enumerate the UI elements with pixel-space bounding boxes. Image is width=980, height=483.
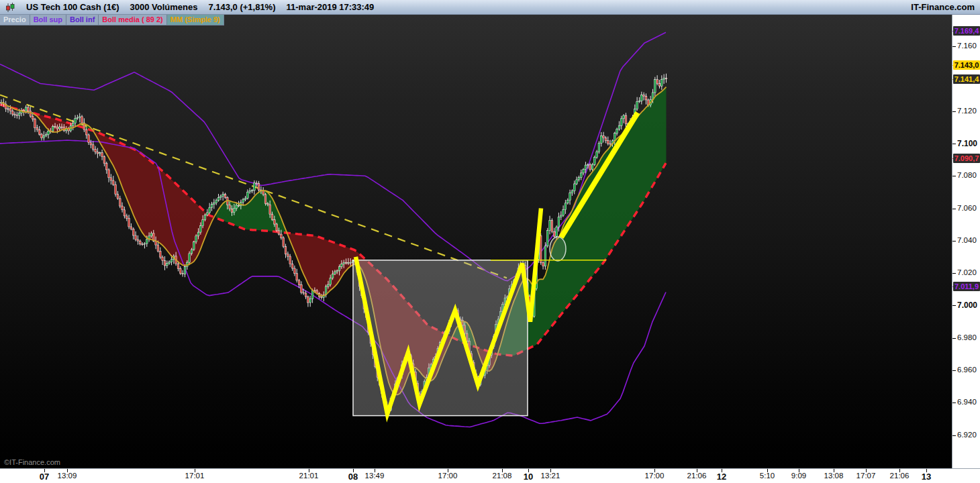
price-tick bbox=[952, 144, 956, 144]
price-tick-label: 7.060 bbox=[957, 204, 977, 212]
time-tick-label: 21:01 bbox=[290, 472, 328, 480]
chart-background[interactable] bbox=[0, 15, 952, 468]
time-tick-label: 13:21 bbox=[532, 472, 569, 480]
time-tick-label: 13:49 bbox=[356, 472, 393, 480]
price-badge: 7.169,4 bbox=[953, 26, 980, 36]
brand-logo: IT-Finance.com bbox=[911, 2, 975, 12]
time-tick-label: 17:01 bbox=[176, 472, 213, 480]
price-axis[interactable]: 7.1607.1207.1007.0807.0607.0407.0207.000… bbox=[952, 15, 980, 468]
legend-item-boll-sup[interactable]: Boll sup bbox=[30, 15, 66, 25]
price-badge: 7.011,9 bbox=[953, 282, 980, 291]
price-tick bbox=[952, 176, 956, 176]
instrument-title: US Tech 100 Cash (1€) bbox=[26, 2, 119, 12]
time-tick-label: 17:07 bbox=[847, 472, 885, 480]
price-tick bbox=[952, 46, 956, 47]
price-tick-label: 7.120 bbox=[957, 107, 977, 115]
chart-watermark: ©IT-Finance.com bbox=[4, 458, 60, 466]
price-tick-label: 6.980 bbox=[957, 333, 977, 341]
time-tick-label: 17:00 bbox=[636, 472, 673, 480]
time-tick-label: 17:00 bbox=[429, 472, 467, 480]
price-tick-label: 7.040 bbox=[957, 236, 977, 244]
time-tick-label: 13:09 bbox=[48, 472, 86, 480]
price-tick-label: 7.000 bbox=[957, 301, 977, 310]
legend-item-boll-media-89-2[interactable]: Boll media ( 89 2) bbox=[99, 15, 166, 25]
price-tick-label: 6.940 bbox=[957, 398, 977, 406]
price-tick bbox=[952, 273, 956, 274]
price-badge: 7.090,7 bbox=[953, 154, 980, 163]
price-tick-label: 7.080 bbox=[957, 171, 977, 179]
price-tick bbox=[952, 111, 956, 112]
legend-item-precio[interactable]: Precio bbox=[0, 15, 30, 25]
price-tick bbox=[952, 209, 956, 209]
price-tick bbox=[952, 241, 956, 241]
price-tick bbox=[952, 338, 956, 339]
time-axis[interactable]: 0713:0917:0121:010813:4917:0021:081013:2… bbox=[0, 468, 980, 483]
time-tick-label: 12 bbox=[703, 472, 740, 482]
price-badge: 7.143,0 bbox=[953, 60, 980, 70]
price-tick-label: 6.960 bbox=[957, 366, 977, 374]
time-tick-label: 13 bbox=[908, 472, 945, 482]
price-badge: 7.141,4 bbox=[953, 74, 980, 84]
price-tick-label: 6.920 bbox=[957, 431, 977, 439]
quote-datetime: 11-mar-2019 17:33:49 bbox=[287, 2, 375, 12]
price-tick bbox=[952, 402, 956, 403]
legend-item-mm-simple-9[interactable]: MM (Simple 9) bbox=[167, 15, 224, 25]
price-tick bbox=[952, 305, 956, 306]
price-tick-label: 7.160 bbox=[957, 42, 977, 50]
price-tick bbox=[952, 370, 956, 371]
price-tick-label: 7.020 bbox=[957, 268, 977, 276]
indicator-legend: PrecioBoll supBoll infBoll media ( 89 2)… bbox=[0, 15, 224, 25]
timeframe-label: 3000 Volúmenes bbox=[130, 2, 197, 12]
last-quote: 7.143,0 (+1,81%) bbox=[208, 2, 275, 12]
candlestick-icon bbox=[5, 2, 15, 13]
time-tick-label: 9:09 bbox=[780, 472, 818, 480]
title-bar: US Tech 100 Cash (1€) 3000 Volúmenes 7.1… bbox=[0, 0, 980, 15]
price-tick bbox=[952, 435, 956, 436]
price-tick-label: 7.100 bbox=[957, 139, 977, 148]
legend-item-boll-inf[interactable]: Boll inf bbox=[66, 15, 99, 25]
